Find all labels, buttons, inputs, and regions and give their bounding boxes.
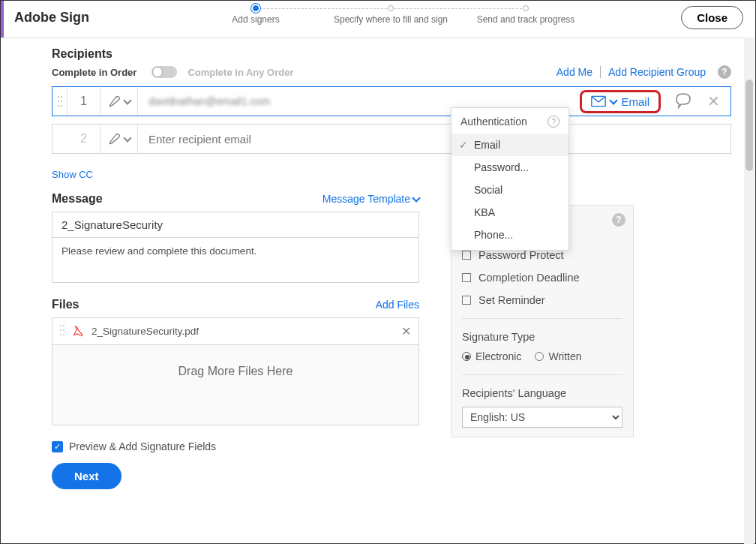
recipient-row-2: 2	[52, 124, 731, 154]
envelope-icon	[591, 95, 606, 107]
pen-icon	[108, 131, 123, 146]
add-recipient-group-link[interactable]: Add Recipient Group	[601, 66, 713, 78]
wizard-step-3-label: Send and track progress	[477, 14, 575, 25]
message-box: 2_SignatureSecurity Please review and co…	[52, 212, 419, 283]
add-files-link[interactable]: Add Files	[368, 299, 419, 311]
svg-point-2	[58, 101, 59, 102]
wizard-step-1-label: Add signers	[232, 14, 279, 25]
private-message-icon[interactable]	[674, 92, 692, 111]
recipient-role-dropdown[interactable]	[100, 125, 138, 153]
recipient-email[interactable]: davidnathan@email1.com	[138, 95, 580, 107]
auth-popup: Authentication ? Email Password... Socia…	[451, 107, 569, 251]
wizard-step-1[interactable]: Add signers	[188, 5, 323, 25]
auth-method-button[interactable]: Email	[580, 90, 661, 113]
auth-option-password[interactable]: Password...	[452, 156, 568, 179]
svg-point-10	[63, 329, 64, 331]
file-name: 2_SignatureSecurity.pdf	[92, 326, 199, 337]
radio-on-icon	[462, 352, 471, 361]
help-icon[interactable]: ?	[612, 213, 626, 227]
order-alt-label: Complete in Any Order	[188, 67, 293, 78]
svg-point-5	[61, 105, 62, 107]
recipient-row-1: 1 davidnathan@email1.com Email ✕	[52, 86, 731, 116]
app-title: Adobe Sign	[14, 10, 89, 26]
next-button[interactable]: Next	[52, 463, 122, 489]
help-icon[interactable]: ?	[548, 116, 560, 128]
radio-electronic[interactable]: Electronic	[462, 350, 521, 362]
recipient-number: 2	[68, 125, 100, 153]
checkbox-icon	[462, 251, 471, 260]
message-subject-input[interactable]: 2_SignatureSecurity	[52, 212, 418, 238]
message-template-link[interactable]: Message Template	[315, 193, 419, 205]
recipients-heading: Recipients	[52, 47, 731, 61]
pen-icon	[108, 94, 123, 109]
wizard-step-2-label: Specify where to fill and sign	[334, 14, 448, 25]
radio-written[interactable]: Written	[535, 350, 581, 362]
auth-option-kba[interactable]: KBA	[452, 201, 568, 224]
chevron-down-icon	[610, 96, 618, 104]
add-me-link[interactable]: Add Me	[549, 66, 600, 78]
order-toggle[interactable]	[152, 66, 177, 78]
svg-point-1	[61, 96, 62, 98]
order-row: Complete in Order Complete in Any Order …	[52, 65, 731, 79]
preview-checkbox[interactable]: ✓	[52, 441, 63, 452]
chevron-down-icon	[412, 194, 420, 202]
set-reminder-label: Set Reminder	[478, 294, 545, 306]
file-dropzone[interactable]: Drag More Files Here	[52, 345, 418, 425]
svg-point-3	[61, 101, 62, 102]
set-reminder-option[interactable]: Set Reminder	[462, 294, 622, 306]
svg-point-7	[60, 325, 62, 326]
close-button[interactable]: Close	[681, 6, 743, 29]
show-cc-link[interactable]: Show CC	[52, 169, 93, 180]
recipient-number: 1	[68, 87, 100, 116]
order-label: Complete in Order	[52, 67, 136, 78]
files-box: 2_SignatureSecurity.pdf ✕ Drag More File…	[52, 317, 419, 425]
auth-option-phone[interactable]: Phone...	[452, 224, 568, 250]
recipient-email-input[interactable]	[138, 133, 730, 146]
scrollbar-thumb[interactable]	[746, 80, 753, 171]
auth-method-label: Email	[621, 95, 650, 108]
preview-label: Preview & Add Signature Fields	[69, 440, 216, 452]
completion-deadline-option[interactable]: Completion Deadline	[462, 272, 622, 284]
svg-point-4	[58, 105, 59, 107]
drag-handle-icon[interactable]	[60, 324, 64, 338]
completion-deadline-label: Completion Deadline	[478, 272, 580, 284]
remove-recipient-icon[interactable]: ✕	[707, 92, 720, 110]
checkbox-icon	[462, 296, 471, 305]
svg-point-12	[63, 334, 64, 335]
wizard-steps: Add signers Specify where to fill and si…	[188, 5, 593, 25]
language-heading: Recipients' Language	[462, 387, 622, 399]
radio-written-label: Written	[548, 350, 581, 362]
file-row: 2_SignatureSecurity.pdf ✕	[52, 318, 418, 345]
message-body-input[interactable]: Please review and complete this document…	[52, 238, 418, 282]
chevron-down-icon	[123, 96, 131, 104]
app-header: Adobe Sign Add signers Specify where to …	[1, 1, 755, 38]
remove-file-icon[interactable]: ✕	[401, 324, 411, 338]
signature-type-heading: Signature Type	[462, 331, 622, 343]
svg-point-8	[63, 325, 64, 326]
recipient-role-dropdown[interactable]	[100, 87, 138, 116]
message-template-label: Message Template	[322, 193, 410, 205]
chevron-down-icon	[123, 134, 131, 142]
radio-electronic-label: Electronic	[476, 350, 521, 362]
checkbox-icon	[462, 273, 471, 282]
auth-option-email[interactable]: Email	[452, 134, 568, 156]
message-heading: Message	[52, 192, 103, 206]
files-heading: Files	[52, 298, 79, 311]
accent-stripe	[1, 1, 4, 38]
radio-off-icon	[535, 352, 544, 361]
auth-option-social[interactable]: Social	[452, 179, 568, 201]
auth-popup-title: Authentication	[460, 116, 527, 128]
drag-handle-placeholder	[52, 125, 68, 153]
help-icon[interactable]: ?	[718, 65, 731, 79]
language-select[interactable]: English: US	[462, 407, 622, 428]
pdf-icon	[72, 325, 86, 338]
svg-point-0	[58, 96, 59, 98]
password-protect-label: Password Protect	[478, 249, 564, 261]
drag-handle-icon[interactable]	[52, 87, 68, 116]
svg-point-11	[60, 334, 62, 335]
scrollbar-track[interactable]	[744, 38, 754, 544]
svg-point-9	[60, 329, 62, 331]
password-protect-option[interactable]: Password Protect	[462, 249, 622, 261]
